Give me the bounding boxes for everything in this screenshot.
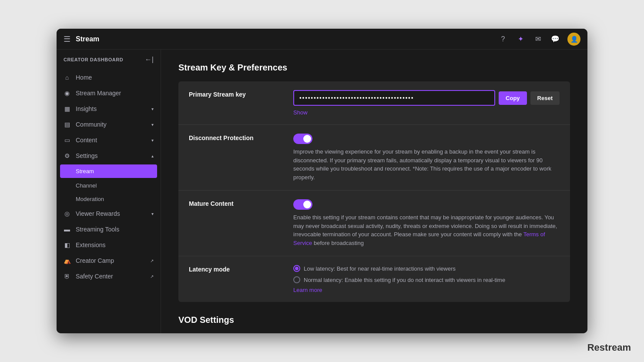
mature-content-text-end: before broadcasting [312, 240, 364, 246]
sidebar-item-home[interactable]: ⌂ Home [57, 70, 161, 85]
sub-item-moderation[interactable]: Moderation [57, 192, 161, 206]
sidebar-item-content[interactable]: ▭ Content ▾ [57, 132, 161, 148]
mature-content-label: Mature Content [189, 199, 276, 207]
low-latency-label: Low latency: Best for near real-time int… [304, 265, 456, 272]
sidebar-item-streaming-tools[interactable]: ▬ Streaming Tools [57, 221, 161, 237]
chevron-up-icon: ▴ [151, 154, 154, 158]
disconnect-protection-content: Improve the viewing experience for your … [293, 134, 560, 181]
main-layout: Creator Dashboard ←| ⌂ Home ◉ Stream Man… [57, 50, 587, 333]
collapse-sidebar-icon[interactable]: ←| [145, 56, 154, 64]
chevron-down-icon: ▾ [151, 138, 154, 143]
disconnect-protection-label: Disconnect Protection [189, 134, 276, 141]
sidebar-item-label: Viewer Rewards [76, 210, 146, 217]
sidebar-item-label: Community [76, 121, 146, 128]
primary-stream-key-label: Primary Stream key [189, 90, 276, 98]
avatar[interactable]: 👤 [567, 33, 580, 46]
safety-icon: ⛨ [64, 273, 70, 280]
help-icon[interactable]: ? [498, 34, 508, 44]
sidebar-item-label: Extensions [76, 241, 154, 248]
sidebar-header: Creator Dashboard ←| [57, 50, 161, 70]
creator-camp-icon: ⛺ [64, 257, 70, 264]
insights-icon: ▦ [64, 105, 70, 112]
restream-watermark: Restream [587, 342, 631, 353]
sidebar-item-creator-camp[interactable]: ⛺ Creator Camp ↗ [57, 253, 161, 268]
mature-content-row: Mature Content Enable this setting if yo… [178, 191, 570, 256]
vod-settings-section-title: VOD Settings [178, 315, 570, 325]
sub-item-stream[interactable]: Stream [60, 164, 157, 178]
sidebar-item-label: Insights [76, 105, 146, 112]
stream-key-row: Copy Reset [293, 90, 560, 106]
extensions-icon: ◧ [64, 241, 70, 248]
stream-key-input[interactable] [293, 90, 495, 106]
viewer-rewards-icon: ◎ [64, 210, 70, 217]
mature-content-toggle[interactable] [293, 199, 312, 210]
sidebar-item-label: Stream Manager [76, 90, 154, 97]
sidebar-item-label: Settings [76, 152, 146, 159]
external-link-icon: ↗ [150, 258, 154, 263]
content-icon: ▭ [64, 137, 70, 144]
latency-mode-label: Latency mode [189, 265, 276, 273]
external-link-icon: ↗ [150, 274, 154, 279]
sidebar-header-text: Creator Dashboard [64, 57, 123, 62]
sub-item-label: Moderation [76, 196, 104, 202]
low-latency-radio[interactable] [293, 265, 300, 272]
sidebar-item-safety-center[interactable]: ⛨ Safety Center ↗ [57, 268, 161, 284]
latency-mode-content: Low latency: Best for near real-time int… [293, 265, 560, 293]
sub-item-label: Channel [76, 182, 97, 189]
titlebar: ☰ Stream ? ✦ ✉ 💬 👤 [57, 29, 587, 50]
mature-content-text-start: Enable this setting if your stream conta… [293, 214, 557, 238]
titlebar-left: ☰ Stream [64, 34, 498, 44]
latency-radio-group: Low latency: Best for near real-time int… [293, 265, 560, 283]
streaming-tools-icon: ▬ [64, 226, 70, 233]
copy-button[interactable]: Copy [499, 91, 527, 105]
normal-latency-radio[interactable] [293, 276, 300, 283]
sidebar-item-community[interactable]: ▤ Community ▾ [57, 117, 161, 132]
reset-button[interactable]: Reset [530, 91, 560, 105]
titlebar-right: ? ✦ ✉ 💬 👤 [498, 33, 580, 46]
mature-content-content: Enable this setting if your stream conta… [293, 199, 560, 247]
sidebar-item-label: Content [76, 137, 146, 144]
sidebar: Creator Dashboard ←| ⌂ Home ◉ Stream Man… [57, 50, 161, 333]
chevron-down-icon: ▾ [151, 122, 154, 127]
sidebar-item-label: Creator Camp [76, 257, 142, 264]
stream-key-section-title: Stream Key & Preferences [178, 63, 570, 73]
primary-stream-key-content: Copy Reset Show [293, 90, 560, 116]
sidebar-item-settings[interactable]: ⚙ Settings ▴ [57, 148, 161, 164]
sidebar-item-extensions[interactable]: ◧ Extensions [57, 237, 161, 253]
settings-icon: ⚙ [64, 152, 70, 159]
primary-stream-key-row: Primary Stream key Copy Reset Show [178, 81, 570, 125]
show-link[interactable]: Show [293, 109, 560, 116]
magic-icon[interactable]: ✦ [515, 34, 526, 44]
normal-latency-label: Normal latency: Enable this setting if y… [304, 277, 505, 283]
stream-manager-icon: ◉ [64, 90, 70, 97]
disconnect-protection-toggle[interactable] [293, 134, 312, 144]
mature-content-description: Enable this setting if your stream conta… [293, 213, 560, 247]
latency-mode-row: Latency mode Low latency: Best for near … [178, 256, 570, 302]
learn-more-link[interactable]: Learn more [293, 287, 560, 293]
normal-latency-option[interactable]: Normal latency: Enable this setting if y… [293, 276, 560, 283]
chevron-down-icon: ▾ [151, 107, 154, 111]
sub-item-label: Stream [76, 168, 94, 174]
chat-icon[interactable]: 💬 [550, 34, 560, 44]
stream-key-card: Primary Stream key Copy Reset Show Disco… [178, 81, 570, 302]
sidebar-item-label: Home [76, 74, 154, 81]
sidebar-item-label: Safety Center [76, 273, 142, 280]
disconnect-protection-description: Improve the viewing experience for your … [293, 147, 560, 181]
low-latency-option[interactable]: Low latency: Best for near real-time int… [293, 265, 560, 272]
home-icon: ⌂ [64, 74, 70, 81]
hamburger-icon[interactable]: ☰ [64, 34, 70, 44]
mail-icon[interactable]: ✉ [533, 34, 543, 44]
chevron-down-icon: ▾ [151, 211, 154, 216]
disconnect-protection-row: Disconnect Protection Improve the viewin… [178, 125, 570, 191]
sidebar-item-label: Streaming Tools [76, 226, 154, 233]
sidebar-item-viewer-rewards[interactable]: ◎ Viewer Rewards ▾ [57, 206, 161, 221]
community-icon: ▤ [64, 121, 70, 128]
sidebar-item-stream-manager[interactable]: ◉ Stream Manager [57, 85, 161, 101]
sub-item-channel[interactable]: Channel [57, 179, 161, 192]
main-content: Stream Key & Preferences Primary Stream … [161, 50, 587, 333]
titlebar-title: Stream [76, 35, 99, 43]
sidebar-item-insights[interactable]: ▦ Insights ▾ [57, 101, 161, 117]
